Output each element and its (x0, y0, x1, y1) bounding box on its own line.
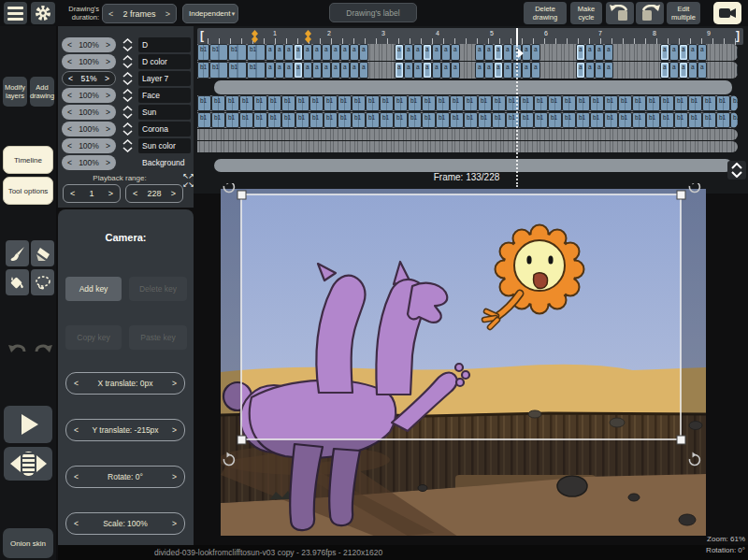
lasso-tool-button[interactable] (31, 269, 54, 295)
tab-tool-options[interactable]: Tool options (3, 177, 53, 205)
frame-cell[interactable]: b1 (422, 112, 436, 128)
layer-opacity-stepper[interactable]: <100%> (62, 54, 116, 69)
frame-cell[interactable]: a (359, 62, 368, 79)
frame-cell[interactable]: b1 (590, 95, 604, 111)
opacity-next[interactable]: > (106, 57, 110, 66)
layer-reorder-icon[interactable] (120, 54, 136, 69)
frame-cell[interactable]: a (312, 62, 322, 79)
frame-cell[interactable]: b1 (228, 44, 247, 61)
frame-cell[interactable]: a (737, 62, 738, 79)
delete-key-button[interactable]: Delete key (129, 277, 187, 301)
range-start-next[interactable]: > (108, 189, 113, 198)
cycle-marker-icon[interactable] (305, 30, 311, 43)
frame-cell[interactable]: b1 (618, 112, 632, 128)
flip-left-button[interactable] (606, 2, 634, 24)
frame-cell[interactable]: a (322, 44, 331, 61)
frame-cell[interactable]: a (432, 62, 441, 79)
frame-cell[interactable]: b1 (211, 95, 225, 111)
undo-button[interactable] (6, 337, 29, 363)
layer-name[interactable]: Sun (138, 105, 191, 120)
timeline-ruler[interactable]: 123456789[] (197, 28, 743, 45)
canvas-viewport[interactable] (194, 183, 748, 545)
copy-key-button[interactable]: Copy key (65, 325, 122, 350)
frame-cell[interactable]: b1 (281, 112, 295, 128)
layer-opacity-stepper[interactable]: <100%> (62, 88, 116, 103)
frame-cell[interactable]: b1 (209, 44, 228, 61)
frame-cell[interactable]: a (585, 62, 595, 79)
layer-reorder-icon[interactable] (120, 138, 136, 153)
layer-name[interactable]: D color (138, 54, 191, 69)
timeline-scroll-button[interactable] (727, 161, 746, 179)
frame-cell[interactable]: a (576, 44, 585, 61)
frame-cell[interactable]: b1 (253, 112, 267, 128)
timeline-gap[interactable] (540, 62, 576, 79)
frame-cell[interactable]: a (441, 62, 451, 79)
frame-cell[interactable]: b1 (730, 112, 738, 128)
frame-cell[interactable]: b1 (562, 95, 576, 111)
frame-cell[interactable]: b1 (380, 95, 394, 111)
opacity-prev[interactable]: < (67, 57, 72, 66)
frame-cell[interactable]: a (604, 44, 613, 61)
timeline-gap[interactable] (368, 62, 395, 79)
frame-cell[interactable]: b1 (450, 95, 464, 111)
frame-cell[interactable]: a (266, 44, 275, 61)
frame-cell[interactable]: b1 (247, 44, 266, 61)
independence-dropdown[interactable]: Independent ▼ (182, 4, 238, 23)
delete-drawing-button[interactable]: Delete drawing (524, 2, 567, 24)
frame-cell[interactable]: a (284, 44, 294, 61)
opacity-next[interactable]: > (106, 141, 110, 151)
timeline-layer-track[interactable]: b1b1b1b1b1b1b1b1b1b1b1b1b1b1b1b1b1b1b1b1… (197, 95, 738, 111)
frame-cell[interactable]: a (698, 44, 707, 61)
timeline-layer-track[interactable] (214, 80, 732, 94)
frame-cell[interactable]: b1 (716, 112, 730, 128)
frame-handle-top-right[interactable] (677, 191, 685, 199)
layer-opacity-stepper[interactable]: <100%> (62, 138, 116, 153)
opacity-next[interactable]: > (106, 91, 110, 100)
frame-cell[interactable]: b1 (436, 112, 450, 128)
frame-cell[interactable]: b1 (239, 95, 253, 111)
frame-cell[interactable]: a (350, 62, 359, 79)
frame-cell[interactable]: b1 (366, 112, 380, 128)
frame-cell[interactable]: a (350, 44, 359, 61)
x-translate-prev[interactable]: < (74, 379, 79, 388)
timeline-layer-track[interactable] (197, 129, 738, 140)
frame-cell[interactable]: a (451, 62, 460, 79)
play-button[interactable] (4, 406, 52, 443)
frame-cell[interactable]: a (331, 44, 340, 61)
frame-cell[interactable]: a (331, 62, 340, 79)
frame-cell[interactable]: a (423, 44, 432, 61)
frame-cell[interactable]: a (737, 44, 738, 61)
frame-cell[interactable]: b1 (702, 112, 716, 128)
layer-reorder-icon[interactable] (120, 71, 136, 86)
layer-name[interactable]: Background (138, 155, 191, 170)
frame-cell[interactable]: b1 (674, 112, 688, 128)
frame-cell[interactable]: b1 (618, 95, 632, 111)
frame-handle-bottom-right[interactable] (677, 436, 685, 444)
frame-cell[interactable]: a (441, 44, 451, 61)
layer-reorder-icon[interactable] (120, 105, 136, 120)
opacity-prev[interactable]: < (67, 91, 72, 100)
flip-right-button[interactable] (636, 2, 664, 24)
frame-cell[interactable]: b1 (548, 112, 562, 128)
frame-cell[interactable]: b1 (590, 112, 604, 128)
frame-cell[interactable]: b1 (422, 95, 436, 111)
layer-reorder-icon[interactable] (120, 88, 136, 103)
frame-cell[interactable]: a (531, 62, 540, 79)
y-translate-prev[interactable]: < (74, 425, 79, 435)
frame-cell[interactable]: a (275, 44, 284, 61)
duration-next[interactable]: > (165, 9, 170, 19)
frame-cell[interactable]: b1 (702, 95, 716, 111)
layer-opacity-stepper[interactable]: <100%> (62, 37, 116, 52)
frame-cell[interactable]: b1 (604, 95, 618, 111)
range-end-next[interactable]: > (171, 189, 176, 198)
frame-cell[interactable]: b1 (197, 95, 211, 111)
frame-cell[interactable]: b1 (247, 62, 266, 79)
layer-name[interactable]: Corona (138, 122, 191, 136)
timeline-gap[interactable] (460, 62, 475, 79)
frame-cell[interactable]: a (359, 44, 368, 61)
frame-cell[interactable]: b1 (408, 95, 422, 111)
frame-cell[interactable]: a (484, 62, 494, 79)
frame-cell[interactable]: b1 (352, 95, 366, 111)
frame-cell[interactable]: b1 (197, 112, 211, 128)
duration-prev[interactable]: < (108, 9, 113, 19)
